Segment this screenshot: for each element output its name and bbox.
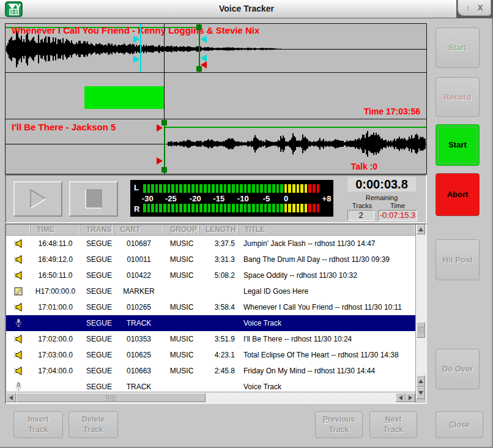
hit-post-button[interactable]: Hit Post [436,239,480,280]
next-track-button[interactable]: NextTrack [369,411,417,438]
horizontal-scrollbar[interactable] [6,392,415,403]
vertical-scrollbar-thumb[interactable] [417,322,425,338]
talk-end-handle-icon[interactable] [201,35,207,43]
scroll-right-button[interactable] [406,393,415,402]
microphone-icon [13,382,23,392]
table-row[interactable]: 16:48:11.0SEGUE010687MUSIC3:37.5Jumpin' … [6,236,415,252]
track2-marker-square-icon[interactable] [161,167,167,173]
scroll-left-button[interactable] [6,393,16,402]
meter-segment [264,184,267,193]
scrollbar-gap [416,399,426,403]
scroll-up-button-2[interactable] [417,375,425,387]
meter-segment [163,184,166,193]
table-row[interactable]: SEGUETRACKVoice Track [6,315,415,331]
meter-segment [147,204,150,212]
row-cell [199,315,239,331]
column-header-title[interactable]: TITLE [239,225,415,235]
track2-start-marker-line[interactable] [164,119,165,174]
meter-segment [191,184,195,193]
meter-segment [317,184,320,193]
talk-start-marker-line[interactable] [140,24,141,72]
row-cell: H17:00:00.0 [31,283,80,299]
table-row[interactable]: 16:50:11.0SEGUE010422MUSIC5:08.2Space Od… [6,267,415,283]
meter-segment [292,204,295,212]
column-header-length[interactable]: LENGTH [199,225,239,235]
row-cell [31,379,80,392]
elapsed-time-display: 0:00:03.8 [347,177,416,192]
track2-waveform-pane[interactable]: I'll Be There - Jackson 5 Talk :0 [5,119,427,174]
segue-end-marker-line[interactable] [199,24,200,72]
talk-marker-handle-icon[interactable] [133,56,139,63]
close-button[interactable]: Close [436,411,483,438]
table-row[interactable]: 17:01:00.0SEGUE010265MUSIC3:58.4Whenever… [6,299,415,315]
segue-marker-square-icon[interactable] [196,24,202,30]
delete-track-button[interactable]: DeleteTrack [69,411,118,438]
row-cell: MUSIC [164,331,199,347]
talk-marker-handle-icon[interactable] [133,35,139,43]
row-cell: SEGUE [80,363,114,379]
row-cell: MUSIC [164,347,199,363]
meter-segment [196,204,199,212]
row-cell: Voice Track [239,379,415,392]
microphone-icon [13,318,23,328]
meter-scale-label: -10 [237,194,249,203]
meter-scale-label: -25 [165,194,177,203]
table-row[interactable]: H17:00:00.0SEGUEMARKERLegal ID Goes Here [6,283,415,299]
voice-track-pane[interactable]: Time 17:03:56 [5,72,427,119]
column-header-trans[interactable]: TRANS [80,225,114,235]
row-cell: 3:58.4 [199,299,239,315]
meter-segment [284,184,287,193]
row-cell: 17:02:00.0 [31,331,80,347]
insert-track-button[interactable]: InsertTrack [13,411,63,438]
speaker-icon [13,239,24,248]
meter-segment [224,184,227,193]
play-button[interactable] [13,181,62,217]
meter-segment [240,184,243,193]
column-header-group[interactable]: GROUP [164,225,199,235]
vertical-scrollbar[interactable] [415,225,426,403]
speaker-icon [13,350,24,360]
track1-centerline [6,49,426,50]
column-header-cart[interactable]: CART [114,225,164,235]
track2-fade-line [165,127,426,128]
table-row[interactable]: 17:04:00.0SEGUE010663MUSIC2:45.8Friday O… [6,363,415,379]
table-row[interactable]: 17:02:00.0SEGUE010353MUSIC3:51.9I'll Be … [6,331,415,347]
start-playback-button[interactable]: Start [436,124,480,166]
play-icon [24,186,52,212]
abort-button[interactable]: Abort [436,173,480,216]
previous-track-button[interactable]: PreviousTrack [315,411,363,438]
row-icon-cell [6,315,31,331]
row-cell: SEGUE [80,331,114,347]
meter-segment [183,204,187,212]
titlebar[interactable]: Voice Tracker ↑ X [0,0,493,18]
meter-segment [288,204,291,212]
scroll-left-button-2[interactable] [396,393,406,402]
meter-segment [297,204,300,212]
close-window-icon[interactable]: X [478,3,483,12]
table-row[interactable]: 17:03:00.0SEGUE010625MUSIC4:23.1Total Ec… [6,347,415,363]
record-button[interactable]: Record [436,77,480,117]
remaining-label: Remaining [347,194,416,201]
meter-segment [276,204,280,212]
column-header-icon[interactable] [6,225,31,235]
window-buttons: ↑ X [458,0,491,16]
row-cell: TRACK [114,315,164,331]
do-over-button[interactable]: Do Over [436,349,480,389]
horizontal-scrollbar-thumb[interactable] [16,393,206,402]
table-row[interactable]: SEGUETRACKVoice Track [6,379,415,392]
stop-button[interactable] [69,181,118,217]
track2-start-handle-icon[interactable] [157,124,163,132]
meter-segment [212,184,215,193]
start-record-button[interactable]: Start [436,28,480,68]
table-row[interactable]: 16:49:12.0SEGUE010011MUSIC3:31.3Bang The… [6,252,415,267]
end-marker-handle-icon[interactable] [201,61,207,69]
meter-segment [300,204,303,212]
track2-start-handle-icon[interactable] [157,157,163,165]
scroll-down-button[interactable] [417,387,425,399]
shade-window-icon[interactable]: ↑ [466,3,470,12]
meter-segment [159,184,162,193]
voice-track-region[interactable] [84,86,165,109]
column-header-time[interactable]: TIME [31,225,80,235]
track1-waveform-pane[interactable]: Whenever I Call You Friend - Kenny Loggi… [5,23,427,73]
scroll-up-button[interactable] [417,225,425,234]
